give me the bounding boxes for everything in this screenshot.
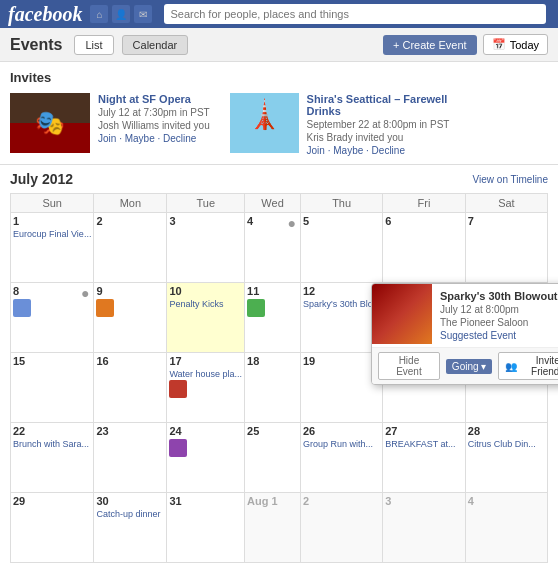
calendar-icon: 📅: [492, 38, 506, 51]
day-number: 5: [303, 215, 380, 227]
cal-day-jul4[interactable]: 4 ●: [245, 213, 301, 283]
day-number: 9: [96, 285, 164, 297]
cal-day-jul31[interactable]: 31: [167, 493, 245, 563]
cal-day-jul30[interactable]: 30 Catch-up dinner: [94, 493, 167, 563]
event-item[interactable]: Catch-up dinner: [96, 509, 164, 519]
create-event-button[interactable]: + Create Event: [383, 35, 477, 55]
invite-decline-opera[interactable]: Decline: [163, 133, 196, 144]
event-item[interactable]: Group Run with...: [303, 439, 380, 449]
day-number: 8: [13, 285, 91, 297]
calendar-grid: Sun Mon Tue Wed Thu Fri Sat 1 Eurocu: [10, 193, 548, 563]
invite-maybe-drinks[interactable]: Maybe: [333, 145, 363, 156]
friends-icon[interactable]: 👤: [112, 5, 130, 23]
cal-day-jul1[interactable]: 1 Eurocup Final Vie...: [11, 213, 94, 283]
event-item[interactable]: Brunch with Sara...: [13, 439, 91, 449]
invite-actions-drinks: Join · Maybe · Decline: [307, 145, 460, 156]
search-input[interactable]: [164, 4, 546, 24]
invites-title: Invites: [10, 70, 548, 85]
dow-mon: Mon: [94, 194, 167, 213]
day-number: 2: [303, 495, 380, 507]
cal-day-aug2[interactable]: 2: [300, 493, 382, 563]
invite-actions-opera: Join · Maybe · Decline: [98, 133, 210, 144]
event-item[interactable]: Eurocup Final Vie...: [13, 229, 91, 239]
invites-section: Invites Night at SF Opera July 12 at 7:3…: [0, 62, 558, 165]
day-number: 28: [468, 425, 545, 437]
dow-tue: Tue: [167, 194, 245, 213]
cal-day-jul17[interactable]: 17 Water house pla...: [167, 353, 245, 423]
tab-calendar[interactable]: Calendar: [122, 35, 189, 55]
popup-going-button[interactable]: Going ▾: [446, 359, 492, 374]
event-popup: ✕ Sparky's 30th Blowout July 12 at 8:00p…: [371, 283, 558, 385]
cal-day-jul5[interactable]: 5: [300, 213, 382, 283]
topbar: facebook ⌂ 👤 ✉: [0, 0, 558, 28]
day-number: 1: [13, 215, 91, 227]
invite-join-drinks[interactable]: Join: [307, 145, 325, 156]
invite-name-opera[interactable]: Night at SF Opera: [98, 93, 210, 105]
popup-invite-button[interactable]: 👥 Invite Friends: [498, 352, 558, 380]
going-chevron-icon: ▾: [481, 361, 486, 372]
cal-week-5: 29 30 Catch-up dinner 31 Aug 1: [11, 493, 548, 563]
cal-day-jul12[interactable]: 12 Sparky's 30th Blo... ✕ Sparky's 30th …: [300, 283, 382, 353]
invite-thumb-opera: [10, 93, 90, 153]
cal-day-jul29[interactable]: 29: [11, 493, 94, 563]
facebook-logo: facebook: [8, 3, 82, 26]
cal-day-jul6[interactable]: 6: [383, 213, 466, 283]
dow-fri: Fri: [383, 194, 466, 213]
cal-day-jul7[interactable]: 7: [465, 213, 547, 283]
day-number: 3: [169, 215, 242, 227]
cal-day-jul15[interactable]: 15: [11, 353, 94, 423]
day-number: 3: [385, 495, 463, 507]
home-icon[interactable]: ⌂: [90, 5, 108, 23]
cal-day-aug4[interactable]: 4: [465, 493, 547, 563]
messages-icon[interactable]: ✉: [134, 5, 152, 23]
dow-sat: Sat: [465, 194, 547, 213]
today-button[interactable]: 📅 Today: [483, 34, 548, 55]
cal-day-jul9[interactable]: 9: [94, 283, 167, 353]
cell-avatar: [247, 299, 265, 317]
cal-day-jul10[interactable]: 10 Penalty Kicks: [167, 283, 245, 353]
cal-day-aug3[interactable]: 3: [383, 493, 466, 563]
invite-decline-drinks[interactable]: Decline: [372, 145, 405, 156]
calendar-month-year: July 2012: [10, 171, 73, 187]
invite-join-opera[interactable]: Join: [98, 133, 116, 144]
event-item[interactable]: Water house pla...: [169, 369, 242, 379]
tab-list[interactable]: List: [74, 35, 113, 55]
cal-day-jul2[interactable]: 2: [94, 213, 167, 283]
cal-day-aug1[interactable]: Aug 1: [245, 493, 301, 563]
cal-week-2: 8 ● 9 10 Penalty Kicks: [11, 283, 548, 353]
day-number: 7: [468, 215, 545, 227]
day-number: 16: [96, 355, 164, 367]
cal-day-jul11[interactable]: 11: [245, 283, 301, 353]
event-item[interactable]: Citrus Club Din...: [468, 439, 545, 449]
day-number: 31: [169, 495, 242, 507]
cal-day-jul25[interactable]: 25: [245, 423, 301, 493]
invite-name-drinks[interactable]: Shira's Seattical – Farewell Drinks: [307, 93, 460, 117]
day-number: 10: [169, 285, 242, 297]
event-item[interactable]: Penalty Kicks: [169, 299, 242, 309]
view-timeline-link[interactable]: View on Timeline: [473, 174, 548, 185]
cal-day-jul22[interactable]: 22 Brunch with Sara...: [11, 423, 94, 493]
event-item[interactable]: BREAKFAST at...: [385, 439, 463, 449]
event-item-sparky[interactable]: Sparky's 30th Blo...: [303, 299, 380, 309]
day-number: 23: [96, 425, 164, 437]
day-number: Aug 1: [247, 495, 298, 507]
main-content: Events List Calendar + Create Event 📅 To…: [0, 28, 558, 569]
cal-day-jul28[interactable]: 28 Citrus Club Din...: [465, 423, 547, 493]
cal-day-jul27[interactable]: 27 BREAKFAST at...: [383, 423, 466, 493]
invite-maybe-opera[interactable]: Maybe: [125, 133, 155, 144]
events-title: Events: [10, 36, 62, 54]
popup-hide-button[interactable]: Hide Event: [378, 352, 440, 380]
cal-day-jul8[interactable]: 8 ●: [11, 283, 94, 353]
cal-day-jul26[interactable]: 26 Group Run with...: [300, 423, 382, 493]
invites-list: Night at SF Opera July 12 at 7:30pm in P…: [10, 93, 548, 156]
cal-day-jul3[interactable]: 3: [167, 213, 245, 283]
cal-day-jul24[interactable]: 24: [167, 423, 245, 493]
day-number: 29: [13, 495, 91, 507]
cal-day-jul18[interactable]: 18: [245, 353, 301, 423]
cal-day-jul23[interactable]: 23: [94, 423, 167, 493]
day-number: 25: [247, 425, 298, 437]
popup-date: July 12 at 8:00pm: [440, 304, 558, 315]
dow-wed: Wed: [245, 194, 301, 213]
cell-avatar: [13, 299, 31, 317]
cal-day-jul16[interactable]: 16: [94, 353, 167, 423]
